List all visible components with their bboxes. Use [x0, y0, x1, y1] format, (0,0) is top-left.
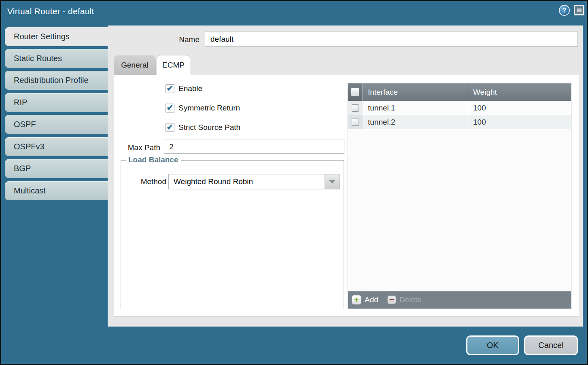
load-balance-legend: Load Balance: [126, 155, 181, 164]
minus-icon: −: [387, 295, 396, 304]
symmetric-return-option-row: ✔ Symmetric Return: [166, 104, 240, 112]
sidebar-item-rip[interactable]: RIP: [5, 93, 108, 112]
add-label: Add: [365, 295, 378, 304]
select-all-checkbox[interactable]: [351, 88, 359, 96]
column-header-weight[interactable]: Weight: [468, 83, 571, 101]
symmetric-return-checkbox[interactable]: ✔: [166, 104, 174, 112]
sidebar-item-bgp[interactable]: BGP: [5, 159, 108, 178]
load-balance-group: Load Balance Method Weighted Round Robin: [121, 160, 344, 309]
cancel-button[interactable]: Cancel: [524, 335, 578, 355]
window-restore-icon[interactable]: [574, 5, 584, 15]
dialog-title: Virtual Router - default: [7, 6, 94, 16]
tab-ecmp[interactable]: ECMP: [157, 55, 190, 75]
cell-weight: 100: [468, 115, 571, 129]
cell-interface: tunnel.1: [363, 101, 468, 115]
cell-weight: 100: [468, 101, 571, 115]
max-path-label: Max Path: [121, 143, 160, 152]
max-path-input[interactable]: [164, 140, 344, 154]
delete-button[interactable]: − Delete: [387, 295, 422, 304]
column-header-interface[interactable]: Interface: [363, 83, 468, 101]
sidebar-item-multicast[interactable]: Multicast: [5, 181, 108, 200]
strict-source-path-label: Strict Source Path: [178, 123, 240, 132]
table-row[interactable]: tunnel.2 100: [348, 115, 571, 129]
sidebar-item-static-routes[interactable]: Static Routes: [5, 49, 108, 68]
table-empty-area: [348, 129, 571, 291]
row-checkbox[interactable]: [352, 104, 359, 112]
cell-interface: tunnel.2: [363, 115, 468, 129]
sidebar-item-ospf[interactable]: OSPF: [5, 115, 108, 134]
dropdown-button[interactable]: [325, 174, 340, 189]
add-button[interactable]: + Add: [352, 295, 378, 305]
plus-icon: +: [352, 295, 361, 305]
check-icon: ✔: [167, 84, 174, 92]
help-icon[interactable]: ?: [559, 5, 570, 16]
table-row[interactable]: tunnel.1 100: [348, 101, 571, 115]
strict-source-path-option-row: ✔ Strict Source Path: [166, 123, 240, 132]
symmetric-return-label: Symmetric Return: [178, 104, 240, 112]
tab-general[interactable]: General: [114, 55, 156, 75]
enable-option-row: ✔ Enable: [166, 84, 202, 93]
table-header: Interface Weight: [348, 83, 571, 101]
table-toolbar: + Add − Delete: [348, 291, 571, 308]
method-value: Weighted Round Robin: [174, 177, 253, 186]
ok-button[interactable]: OK: [466, 335, 519, 355]
name-input[interactable]: [205, 32, 578, 47]
enable-label: Enable: [178, 84, 202, 93]
ecmp-tab-content: ✔ Enable ✔ Symmetric Return ✔ Strict Sou…: [114, 75, 579, 317]
row-checkbox[interactable]: [352, 119, 359, 126]
method-dropdown[interactable]: Weighted Round Robin: [168, 174, 340, 189]
delete-label: Delete: [399, 295, 422, 304]
virtual-router-dialog: Virtual Router - default ? Router Settin…: [0, 0, 588, 365]
method-label: Method: [129, 177, 166, 186]
check-icon: ✔: [167, 123, 174, 131]
enable-checkbox[interactable]: ✔: [166, 84, 174, 93]
sidebar-item-ospfv3[interactable]: OSPFv3: [5, 137, 108, 156]
check-icon: ✔: [167, 104, 174, 112]
sidebar-item-router-settings[interactable]: Router Settings: [5, 27, 108, 46]
main-panel: Name General ECMP ✔ Enable ✔ Symmetric R…: [108, 25, 583, 327]
interface-table: Interface Weight tunnel.1 100 tunnel.2 1…: [348, 83, 571, 309]
name-label: Name: [163, 35, 200, 44]
chevron-down-icon: [329, 180, 336, 184]
sidebar-item-redistribution-profile[interactable]: Redistribution Profile: [5, 71, 108, 90]
strict-source-path-checkbox[interactable]: ✔: [166, 123, 174, 132]
titlebar: Virtual Router - default ?: [1, 1, 587, 23]
